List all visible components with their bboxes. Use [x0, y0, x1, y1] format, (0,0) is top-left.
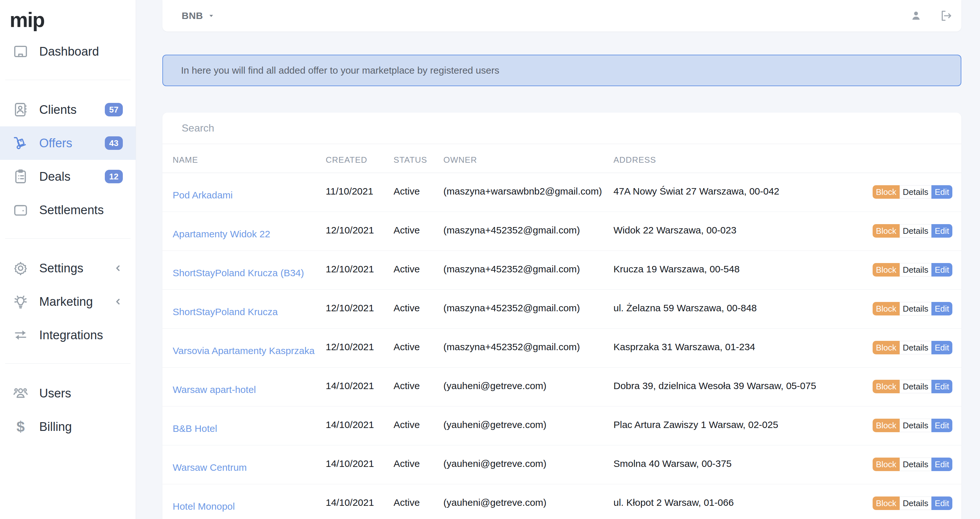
offer-status: Active — [393, 290, 443, 328]
offer-created: 14/10/2021 — [326, 368, 393, 406]
logout-icon[interactable] — [939, 9, 952, 22]
table-row: Apartamenty Widok 22 12/10/2021 Active (… — [162, 212, 961, 251]
row-actions: Block Details Edit — [858, 290, 961, 328]
block-button[interactable]: Block — [873, 458, 900, 471]
row-actions: Block Details Edit — [858, 406, 961, 445]
sidebar-item-deals[interactable]: Deals 12 — [0, 160, 136, 193]
table-row: B&B Hotel 14/10/2021 Active (yauheni@get… — [162, 406, 961, 445]
sidebar-item-settings[interactable]: Settings — [0, 252, 136, 285]
offer-address: Krucza 19 Warszawa, 00-548 — [614, 251, 858, 290]
settlements-icon — [11, 201, 30, 219]
offer-owner: (maszyna+452352@gmail.com) — [443, 251, 614, 290]
offer-created: 14/10/2021 — [326, 484, 393, 519]
edit-button[interactable]: Edit — [931, 458, 952, 471]
sidebar-item-dashboard[interactable]: Dashboard — [0, 35, 136, 68]
offer-name-link[interactable]: ShortStayPoland Krucza — [173, 306, 278, 317]
block-button[interactable]: Block — [873, 497, 900, 510]
block-button[interactable]: Block — [873, 380, 900, 393]
block-button[interactable]: Block — [873, 302, 900, 315]
search-input[interactable] — [182, 122, 942, 134]
sidebar-item-label: Settings — [39, 261, 83, 275]
row-actions: Block Details Edit — [858, 484, 961, 519]
details-button[interactable]: Details — [900, 302, 931, 315]
offer-name-link[interactable]: Pod Arkadami — [173, 190, 233, 201]
market-dropdown-label: BNB — [182, 10, 203, 21]
edit-button[interactable]: Edit — [931, 419, 952, 432]
gear-icon — [11, 259, 30, 277]
block-button[interactable]: Block — [873, 185, 900, 199]
details-button[interactable]: Details — [900, 458, 931, 471]
column-header-address: ADDRESS — [614, 144, 858, 173]
offer-status: Active — [393, 368, 443, 406]
sidebar-item-marketing[interactable]: Marketing — [0, 285, 136, 318]
offer-name-link[interactable]: Warsaw Centrum — [173, 462, 247, 473]
offer-name-link[interactable]: Varsovia Apartamenty Kasprzaka — [173, 345, 315, 356]
offer-address: Dobra 39, dzielnica Wesoła 39 Warsaw, 05… — [614, 368, 858, 406]
edit-button[interactable]: Edit — [931, 224, 952, 238]
edit-button[interactable]: Edit — [931, 497, 952, 510]
info-banner: In here you will find all added offer to… — [162, 55, 961, 86]
block-button[interactable]: Block — [873, 419, 900, 432]
offer-owner: (maszyna+warsawbnb2@gmail.com) — [443, 173, 614, 212]
offer-owner: (yauheni@getreve.com) — [443, 484, 614, 519]
offer-name-link[interactable]: B&B Hotel — [173, 423, 217, 434]
dashboard-icon — [11, 43, 30, 60]
edit-button[interactable]: Edit — [931, 380, 952, 393]
offer-address: ul. Żelazna 59 Warszawa, 00-848 — [614, 290, 858, 328]
offer-owner: (maszyna+452352@gmail.com) — [443, 329, 614, 367]
offer-address: Widok 22 Warszawa, 00-023 — [614, 212, 858, 250]
sidebar-item-integrations[interactable]: Integrations — [0, 318, 136, 352]
block-button[interactable]: Block — [873, 341, 900, 354]
table-row: Pod Arkadami 11/10/2021 Active (maszyna+… — [162, 173, 961, 212]
offer-name-link[interactable]: Apartamenty Widok 22 — [173, 229, 270, 239]
offer-created: 14/10/2021 — [326, 445, 393, 484]
sidebar-item-users[interactable]: Users — [0, 377, 136, 410]
sidebar-item-billing[interactable]: $ Billing — [0, 410, 136, 443]
sidebar-item-offers[interactable]: Offers 43 — [0, 126, 136, 160]
offer-status: Active — [393, 484, 443, 519]
edit-button[interactable]: Edit — [931, 302, 952, 315]
users-icon — [11, 384, 30, 402]
details-button[interactable]: Details — [900, 185, 931, 199]
block-button[interactable]: Block — [873, 263, 900, 277]
table-row: ShortStayPoland Krucza 12/10/2021 Active… — [162, 290, 961, 329]
offer-address: Smolna 40 Warsaw, 00-375 — [614, 445, 858, 484]
row-actions: Block Details Edit — [858, 251, 961, 290]
table-row: ShortStayPoland Krucza (B34) 12/10/2021 … — [162, 251, 961, 290]
offer-status: Active — [393, 406, 443, 445]
column-header-created: CREATED — [326, 144, 393, 173]
chevron-down-icon — [208, 12, 215, 19]
topbar: BNB — [162, 0, 961, 32]
sidebar-item-label: Dashboard — [39, 45, 99, 59]
market-dropdown[interactable]: BNB — [182, 10, 215, 21]
details-button[interactable]: Details — [900, 341, 931, 354]
sidebar-nav: Dashboard Clients 57 Offers 43 Deals 12 — [0, 35, 136, 443]
offer-owner: (maszyna+452352@gmail.com) — [443, 212, 614, 250]
details-button[interactable]: Details — [900, 224, 931, 238]
offer-created: 12/10/2021 — [326, 212, 393, 250]
offer-status: Active — [393, 173, 443, 212]
column-header-status: STATUS — [393, 144, 443, 173]
sidebar-item-settlements[interactable]: Settlements — [0, 193, 136, 227]
table-body: Pod Arkadami 11/10/2021 Active (maszyna+… — [162, 173, 961, 519]
edit-button[interactable]: Edit — [931, 341, 952, 354]
offer-name-link[interactable]: ShortStayPoland Krucza (B34) — [173, 267, 304, 278]
search-row — [162, 113, 961, 144]
offer-name-link[interactable]: Hotel Monopol — [173, 501, 235, 512]
deals-count-badge: 12 — [105, 170, 123, 183]
details-button[interactable]: Details — [900, 380, 931, 393]
user-profile-icon[interactable] — [909, 9, 923, 22]
details-button[interactable]: Details — [900, 419, 931, 432]
sidebar-item-label: Deals — [39, 170, 70, 184]
edit-button[interactable]: Edit — [931, 185, 952, 199]
block-button[interactable]: Block — [873, 224, 900, 238]
sidebar-item-label: Users — [39, 387, 71, 400]
details-button[interactable]: Details — [900, 497, 931, 510]
table-header: NAME CREATED STATUS OWNER ADDRESS — [162, 144, 961, 173]
edit-button[interactable]: Edit — [931, 263, 952, 277]
sidebar-item-clients[interactable]: Clients 57 — [0, 93, 136, 126]
offer-name-link[interactable]: Warsaw apart-hotel — [173, 384, 256, 395]
offer-address: 47A Nowy Świat 27 Warszawa, 00-042 — [614, 173, 858, 212]
sidebar-item-label: Clients — [39, 103, 76, 117]
details-button[interactable]: Details — [900, 263, 931, 277]
